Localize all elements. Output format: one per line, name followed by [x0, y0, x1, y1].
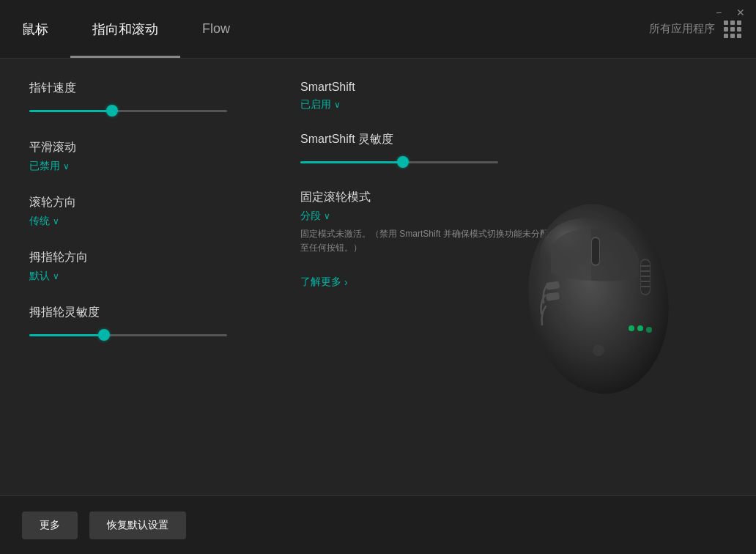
- left-column: 指针速度 平滑滚动 已禁用 ∨ 滚轮方向 传统 ∨: [29, 81, 278, 473]
- scroll-direction-group: 滚轮方向 传统 ∨: [29, 195, 278, 228]
- smartshift-status[interactable]: 已启用 ∨: [300, 98, 727, 111]
- tab-flow[interactable]: Flow: [180, 0, 252, 58]
- fixed-scroll-mode-label: 固定滚轮模式: [300, 190, 727, 205]
- fixed-scroll-mode-arrow: ∨: [324, 211, 330, 221]
- thumbwheel-direction-arrow: ∨: [53, 271, 59, 281]
- right-column: SmartShift 已启用 ∨ SmartShift 灵敏度 固定滚轮模式 分…: [278, 81, 727, 473]
- smooth-scroll-status[interactable]: 已禁用 ∨: [29, 160, 278, 173]
- smooth-scroll-group: 平滑滚动 已禁用 ∨: [29, 140, 278, 173]
- scroll-direction-label: 滚轮方向: [29, 195, 278, 210]
- smartshift-group: SmartShift 已启用 ∨: [300, 81, 727, 111]
- smooth-scroll-label: 平滑滚动: [29, 140, 278, 155]
- scroll-direction-value[interactable]: 传统 ∨: [29, 215, 278, 228]
- bottom-bar: 更多 恢复默认设置: [0, 495, 756, 554]
- smartshift-sensitivity-label: SmartShift 灵敏度: [300, 132, 727, 147]
- close-button[interactable]: ✕: [734, 6, 747, 19]
- pointer-speed-slider[interactable]: [29, 103, 278, 118]
- learn-more-arrow: ›: [344, 276, 348, 288]
- header: 鼠标 指向和滚动 Flow 所有应用程序: [0, 0, 756, 59]
- reset-button[interactable]: 恢复默认设置: [89, 511, 186, 539]
- thumbwheel-sensitivity-slider[interactable]: [29, 328, 278, 342]
- thumbwheel-direction-value[interactable]: 默认 ∨: [29, 270, 278, 283]
- minimize-button[interactable]: −: [712, 6, 725, 19]
- smartshift-arrow: ∨: [334, 100, 341, 110]
- smartshift-sensitivity-group: SmartShift 灵敏度: [300, 132, 727, 169]
- learn-more-link[interactable]: 了解更多 ›: [300, 276, 727, 289]
- pointer-speed-group: 指针速度: [29, 81, 278, 118]
- more-button[interactable]: 更多: [22, 511, 78, 539]
- tab-mouse[interactable]: 鼠标: [0, 0, 70, 58]
- thumbwheel-sensitivity-group: 拇指轮灵敏度: [29, 305, 278, 342]
- fixed-scroll-mode-group: 固定滚轮模式 分段 ∨ 固定模式未激活。（禁用 SmartShift 并确保模式…: [300, 190, 727, 255]
- tab-pointing[interactable]: 指向和滚动: [70, 0, 180, 58]
- smartshift-label: SmartShift: [300, 81, 727, 94]
- title-bar: − ✕: [703, 0, 756, 25]
- main-content: 指针速度 平滑滚动 已禁用 ∨ 滚轮方向 传统 ∨: [0, 59, 756, 495]
- smartshift-sensitivity-slider[interactable]: [300, 155, 727, 169]
- pointer-speed-label: 指针速度: [29, 81, 278, 96]
- thumbwheel-direction-group: 拇指轮方向 默认 ∨: [29, 250, 278, 283]
- nav-tabs: 鼠标 指向和滚动 Flow: [0, 0, 252, 58]
- fixed-scroll-note: 固定模式未激活。（禁用 SmartShift 并确保模式切换功能未分配至任何按钮…: [300, 227, 549, 255]
- thumbwheel-direction-label: 拇指轮方向: [29, 250, 278, 265]
- fixed-scroll-mode-value[interactable]: 分段 ∨: [300, 210, 727, 223]
- scroll-direction-arrow: ∨: [53, 216, 59, 226]
- thumbwheel-sensitivity-label: 拇指轮灵敏度: [29, 305, 278, 320]
- smooth-scroll-arrow: ∨: [63, 161, 70, 171]
